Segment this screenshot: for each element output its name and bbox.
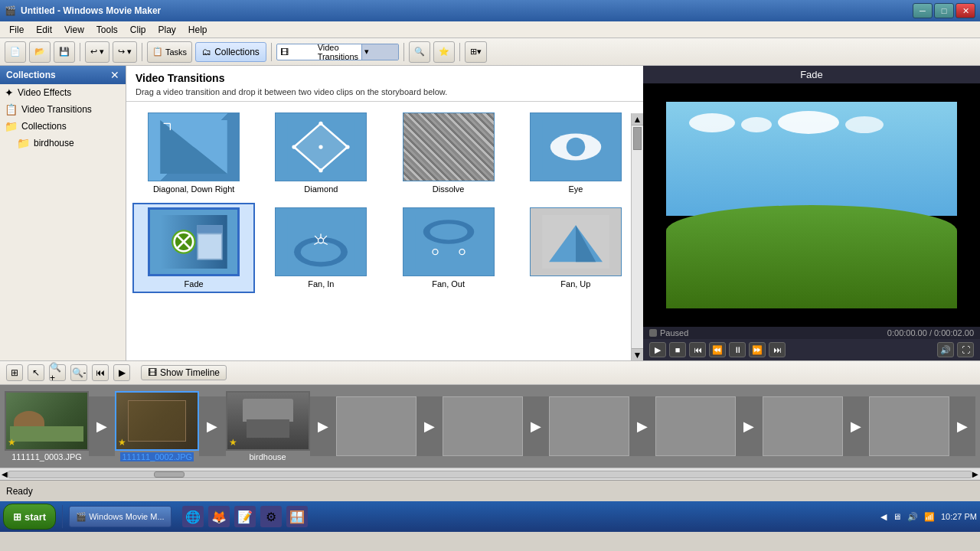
- window-button[interactable]: 🪟: [286, 506, 308, 527]
- diamond-svg: [286, 120, 355, 174]
- show-timeline-button[interactable]: 🎞 Show Timeline: [141, 365, 227, 380]
- start-button[interactable]: ⊞ start: [3, 504, 56, 530]
- redo-button[interactable]: ↪▾: [113, 41, 137, 63]
- prev-frame-button[interactable]: ⏮: [689, 342, 706, 357]
- story-arrow-7: ▶: [736, 396, 762, 456]
- story-clip-1[interactable]: ★ 111111_0003.JPG: [5, 391, 89, 461]
- next-frame-button[interactable]: ⏭: [769, 342, 786, 357]
- windows-logo-icon: ⊞: [13, 511, 21, 523]
- stop-button[interactable]: ■: [669, 342, 686, 357]
- scrollbar-up-button[interactable]: ▲: [632, 113, 643, 126]
- menu-view[interactable]: View: [58, 23, 90, 37]
- collections-panel-header: Collections ✕: [0, 66, 126, 84]
- transition-thumb-diamond: [275, 112, 367, 181]
- menu-clip[interactable]: Clip: [124, 23, 152, 37]
- tree-item-birdhouse[interactable]: 📁 birdhouse: [0, 135, 126, 152]
- preview-status-bar: Paused 0:00:00.00 / 0:00:02.00: [643, 327, 980, 339]
- scroll-right-button[interactable]: ▶: [972, 470, 978, 478]
- new-button[interactable]: 📄: [5, 41, 26, 63]
- taskbar-movie-maker[interactable]: 🎬 Windows Movie M...: [69, 506, 171, 527]
- storyboard-icon-btn[interactable]: ⊞: [6, 364, 23, 381]
- separator-3: [271, 43, 272, 61]
- scrollbar-down-button[interactable]: ▼: [632, 348, 643, 360]
- scroll-thumb[interactable]: [154, 471, 185, 478]
- play-sb-btn[interactable]: ▶: [113, 364, 130, 381]
- tree-item-collections[interactable]: 📁 Collections: [0, 118, 126, 135]
- pause-button[interactable]: ⏸: [729, 342, 746, 357]
- settings-button[interactable]: ⚙: [260, 506, 282, 527]
- transition-fan-in[interactable]: Fan, In: [261, 204, 381, 292]
- menu-edit[interactable]: Edit: [30, 23, 58, 37]
- transition-diagonal-down-right[interactable]: Diagonal, Down Right: [134, 109, 253, 197]
- quick-launch: 🌐 🦊 📝 ⚙ 🪟: [182, 506, 308, 527]
- story-clip-2[interactable]: ★ 111111_0002.JPG: [115, 391, 199, 461]
- close-button[interactable]: ✕: [956, 3, 975, 18]
- collections-tree-icon: 📁: [5, 120, 18, 132]
- collections-icon: 🗂: [202, 47, 211, 57]
- undo-button[interactable]: ↩▾: [85, 41, 109, 63]
- firefox-button[interactable]: 🦊: [208, 506, 230, 527]
- svg-point-26: [301, 242, 341, 262]
- category-dropdown[interactable]: 🎞 Video Transitions ▾: [276, 44, 399, 60]
- expand-tray-icon[interactable]: ◀: [880, 512, 887, 522]
- menu-tools[interactable]: Tools: [90, 23, 124, 37]
- open-button[interactable]: 📂: [29, 41, 51, 63]
- svg-point-14: [567, 138, 586, 157]
- tasks-button[interactable]: 📋 Tasks: [147, 41, 192, 63]
- transition-label-diamond: Diamond: [304, 184, 338, 194]
- search-button[interactable]: 🔍: [409, 41, 430, 63]
- zoom-in-btn[interactable]: 🔍+: [49, 364, 66, 381]
- transition-dissolve[interactable]: Dissolve: [389, 109, 508, 197]
- clip-star-1: ★: [8, 437, 16, 448]
- status-text: Ready: [6, 486, 33, 497]
- close-panel-button[interactable]: ✕: [110, 69, 119, 81]
- word-button[interactable]: 📝: [234, 506, 256, 527]
- transition-eye[interactable]: Eye: [516, 109, 635, 197]
- birdhouse-label: birdhouse: [34, 138, 74, 148]
- menu-play[interactable]: Play: [152, 23, 182, 37]
- minimize-button[interactable]: ─: [913, 3, 933, 18]
- menu-file[interactable]: File: [3, 23, 30, 37]
- scroll-track[interactable]: [8, 471, 972, 478]
- star-button[interactable]: ⭐: [433, 41, 455, 63]
- scroll-left-button[interactable]: ◀: [2, 470, 8, 478]
- paused-label: Paused: [660, 328, 688, 337]
- transition-label-diagonal: Diagonal, Down Right: [153, 184, 234, 194]
- tree-item-video-effects[interactable]: ✦ Video Effects: [0, 84, 126, 101]
- video-effects-label: Video Effects: [18, 87, 71, 98]
- zoom-out-btn[interactable]: 🔍-: [70, 364, 87, 381]
- maximize-button[interactable]: □: [934, 3, 954, 18]
- story-arrow-5: ▶: [523, 396, 549, 456]
- transition-fade[interactable]: Fade: [134, 204, 253, 292]
- video-effects-icon: ✦: [5, 86, 14, 99]
- fade-svg: [159, 215, 228, 269]
- next-button[interactable]: ⏩: [749, 342, 766, 357]
- ie-button[interactable]: 🌐: [182, 506, 204, 527]
- transition-label-eye: Eye: [568, 184, 583, 194]
- play-button[interactable]: ▶: [649, 342, 666, 357]
- mute-button[interactable]: 🔊: [937, 342, 954, 357]
- layout-button[interactable]: ⊞▾: [465, 41, 487, 63]
- story-arrow-4: ▶: [416, 396, 443, 456]
- save-button[interactable]: 💾: [54, 41, 75, 63]
- fullscreen-button[interactable]: ⛶: [957, 342, 974, 357]
- tree-item-video-transitions[interactable]: 📋 Video Transitions: [0, 101, 126, 118]
- preview-video: [643, 83, 980, 327]
- transition-diamond[interactable]: Diamond: [261, 109, 381, 197]
- story-clip-3[interactable]: ★ birdhouse: [226, 391, 310, 461]
- svg-point-9: [346, 145, 350, 148]
- transition-fan-out[interactable]: Fan, Out: [389, 204, 508, 292]
- collections-panel-title: Collections: [6, 70, 56, 80]
- prev-button[interactable]: ⏪: [709, 342, 726, 357]
- cloud-3: [778, 111, 839, 134]
- transition-fan-up[interactable]: Fan, Up: [516, 204, 635, 292]
- collections-button[interactable]: 🗂 Collections: [195, 42, 266, 62]
- menu-help[interactable]: Help: [182, 23, 214, 37]
- storyboard-pointer-btn[interactable]: ↖: [28, 364, 44, 381]
- rewind-btn[interactable]: ⏮: [92, 364, 109, 381]
- transition-label-fan-in: Fan, In: [308, 279, 334, 289]
- clip-name-1: 111111_0003.JPG: [11, 452, 82, 461]
- transitions-scrollbar[interactable]: ▲ ▼: [631, 113, 643, 360]
- scrollbar-thumb[interactable]: [633, 127, 642, 150]
- storyboard-scrollbar[interactable]: ◀ ▶: [0, 468, 980, 480]
